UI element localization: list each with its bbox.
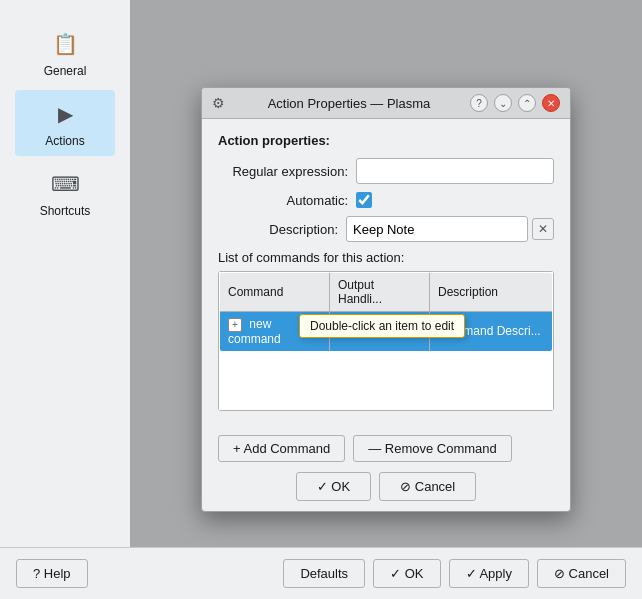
modal-title: Action Properties — Plasma bbox=[234, 96, 464, 111]
table-container: Command Output Handli... Description + n… bbox=[218, 271, 554, 411]
bottom-cancel-button[interactable]: ⊘ Cancel bbox=[537, 559, 626, 588]
ok-button[interactable]: ✓ OK bbox=[296, 472, 371, 501]
titlebar-help-button[interactable]: ? bbox=[470, 94, 488, 112]
col-header-output: Output Handli... bbox=[330, 273, 430, 312]
cancel-button[interactable]: ⊘ Cancel bbox=[379, 472, 476, 501]
action-properties-title: Action properties: bbox=[218, 133, 554, 148]
description-clear-button[interactable]: ✕ bbox=[532, 218, 554, 240]
regular-expression-row: Regular expression: bbox=[218, 158, 554, 184]
sidebar: 📋 General ▶ Actions ⌨ Shortcuts bbox=[0, 0, 130, 599]
bottom-apply-button[interactable]: ✓ Apply bbox=[449, 559, 529, 588]
automatic-checkbox-wrapper bbox=[356, 192, 372, 208]
modal-bottom-area: + Add Command — Remove Command ✓ OK ⊘ Ca… bbox=[202, 425, 570, 511]
modal-app-icon: ⚙ bbox=[212, 95, 228, 111]
remove-command-button[interactable]: — Remove Command bbox=[353, 435, 512, 462]
sidebar-item-general[interactable]: 📋 General bbox=[15, 20, 115, 86]
main-background: 📋 General ▶ Actions ⌨ Shortcuts ⚙ Action… bbox=[0, 0, 642, 599]
shortcuts-icon: ⌨ bbox=[49, 168, 81, 200]
cmd-row-expand-icon: + bbox=[228, 318, 242, 332]
command-table-inner: Command Output Handli... Description + n… bbox=[219, 272, 553, 410]
dialog-action-row: ✓ OK ⊘ Cancel bbox=[218, 472, 554, 501]
titlebar-chevron-up-button[interactable]: ⌃ bbox=[518, 94, 536, 112]
command-table: Command Output Handli... Description + n… bbox=[219, 272, 553, 352]
sidebar-item-shortcuts[interactable]: ⌨ Shortcuts bbox=[15, 160, 115, 226]
sidebar-item-label-actions: Actions bbox=[45, 134, 84, 148]
col-header-description: Description bbox=[430, 273, 553, 312]
regular-expression-label: Regular expression: bbox=[218, 164, 348, 179]
titlebar-chevron-down-button[interactable]: ⌄ bbox=[494, 94, 512, 112]
modal-content: Action properties: Regular expression: A… bbox=[202, 119, 570, 425]
description-label: Description: bbox=[218, 222, 338, 237]
modal-dialog: ⚙ Action Properties — Plasma ? ⌄ ⌃ ✕ Act… bbox=[201, 87, 571, 512]
bottom-ok-button[interactable]: ✓ OK bbox=[373, 559, 440, 588]
bottom-bar: ? Help Defaults ✓ OK ✓ Apply ⊘ Cancel bbox=[0, 547, 642, 599]
col-header-command: Command bbox=[220, 273, 330, 312]
regular-expression-input[interactable] bbox=[356, 158, 554, 184]
add-command-button[interactable]: + Add Command bbox=[218, 435, 345, 462]
modal-titlebar: ⚙ Action Properties — Plasma ? ⌄ ⌃ ✕ bbox=[202, 88, 570, 119]
description-input[interactable] bbox=[346, 216, 528, 242]
help-button[interactable]: ? Help bbox=[16, 559, 88, 588]
actions-icon: ▶ bbox=[49, 98, 81, 130]
command-action-row: + Add Command — Remove Command bbox=[218, 435, 554, 462]
list-section-title: List of commands for this action: bbox=[218, 250, 554, 265]
defaults-button[interactable]: Defaults bbox=[283, 559, 365, 588]
sidebar-item-label-shortcuts: Shortcuts bbox=[40, 204, 91, 218]
modal-overlay: ⚙ Action Properties — Plasma ? ⌄ ⌃ ✕ Act… bbox=[130, 0, 642, 599]
sidebar-item-actions[interactable]: ▶ Actions bbox=[15, 90, 115, 156]
description-wrapper: ✕ bbox=[346, 216, 554, 242]
description-row: Description: ✕ bbox=[218, 216, 554, 242]
automatic-checkbox[interactable] bbox=[356, 192, 372, 208]
general-icon: 📋 bbox=[49, 28, 81, 60]
double-click-tooltip: Double-click an item to edit bbox=[299, 314, 465, 338]
titlebar-close-button[interactable]: ✕ bbox=[542, 94, 560, 112]
automatic-label: Automatic: bbox=[218, 193, 348, 208]
sidebar-item-label-general: General bbox=[44, 64, 87, 78]
automatic-row: Automatic: bbox=[218, 192, 554, 208]
